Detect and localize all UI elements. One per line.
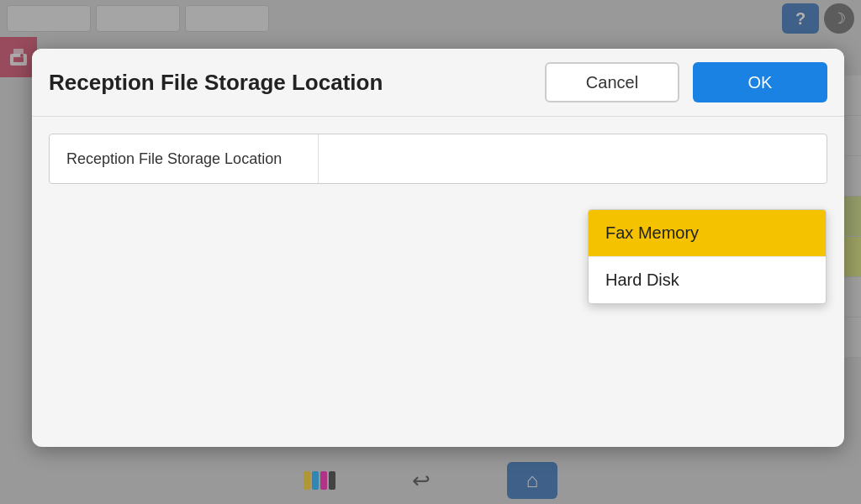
- table-label: Reception File Storage Location: [50, 134, 319, 183]
- table-row: Reception File Storage Location Fax Memo…: [49, 134, 827, 184]
- dropdown-option-hard-disk[interactable]: Hard Disk: [589, 257, 826, 303]
- dialog-title: Reception File Storage Location: [49, 70, 531, 96]
- cancel-button[interactable]: Cancel: [545, 62, 679, 102]
- dialog: Reception File Storage Location Cancel O…: [32, 49, 844, 447]
- dropdown-option-fax-memory[interactable]: Fax Memory: [589, 210, 826, 257]
- ok-button[interactable]: OK: [693, 62, 827, 102]
- dialog-header: Reception File Storage Location Cancel O…: [32, 49, 844, 117]
- dropdown[interactable]: Fax Memory Hard Disk: [588, 209, 827, 304]
- dialog-body: Reception File Storage Location Fax Memo…: [32, 117, 844, 447]
